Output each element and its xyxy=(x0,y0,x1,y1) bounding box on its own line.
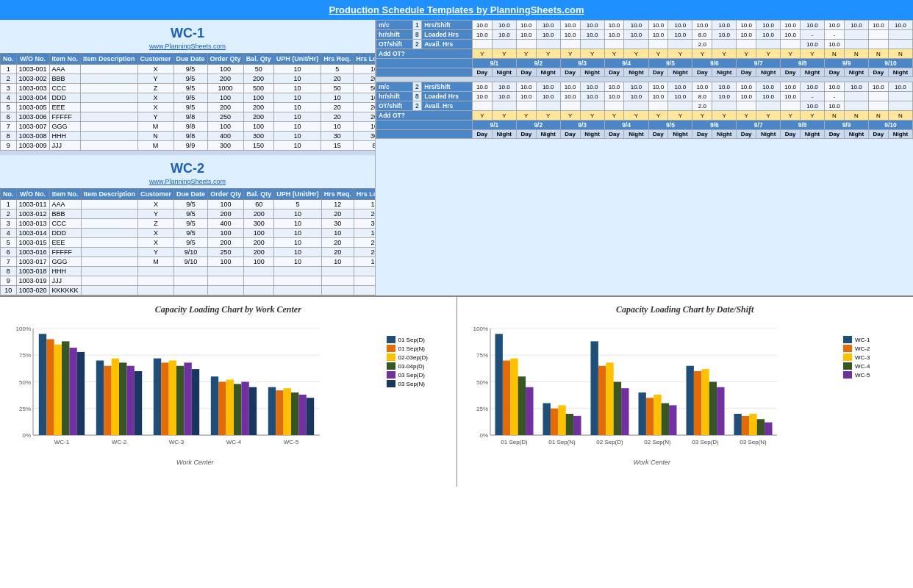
svg-rect-19 xyxy=(96,361,104,436)
svg-rect-73 xyxy=(606,362,613,435)
svg-rect-91 xyxy=(749,414,756,435)
legend-item: WC-5 xyxy=(843,371,906,379)
svg-rect-69 xyxy=(573,416,581,435)
col-no: No. xyxy=(1,54,17,65)
chart-left-svg: 0%25%50%75%100%WC-1WC-2WC-3WC-4WC-5 xyxy=(7,321,323,457)
svg-text:WC-2: WC-2 xyxy=(112,439,127,445)
legend-item: 02-03ep(D) xyxy=(387,354,449,361)
wc2-subtitle: www.PlanningSheets.com xyxy=(0,178,375,188)
svg-rect-13 xyxy=(46,340,54,436)
svg-rect-17 xyxy=(77,352,85,435)
col-due: Due Date xyxy=(173,54,207,65)
svg-rect-86 xyxy=(709,382,716,436)
svg-rect-62 xyxy=(518,376,525,435)
legend-item: WC-4 xyxy=(843,362,906,370)
svg-rect-93 xyxy=(765,423,772,435)
svg-text:WC-1: WC-1 xyxy=(54,439,70,445)
svg-rect-85 xyxy=(701,369,709,435)
chart-right: Capacity Loading Chart by Date/Shift 0%2… xyxy=(457,297,914,487)
legend-item: WC-1 xyxy=(843,336,906,343)
svg-rect-24 xyxy=(135,371,142,435)
svg-rect-72 xyxy=(598,366,605,435)
col-hrsreq: Hrs Req. xyxy=(321,54,354,65)
svg-rect-63 xyxy=(526,387,533,435)
svg-rect-83 xyxy=(686,366,693,435)
svg-rect-89 xyxy=(734,414,741,435)
capacity-table-capacity-wc1: m/c1Hrs/Shift10.010.010.010.010.010.010.… xyxy=(376,20,913,77)
svg-text:WC-3: WC-3 xyxy=(169,439,185,445)
svg-rect-45 xyxy=(307,398,314,435)
col-oqty2: Order Qty xyxy=(208,189,244,200)
svg-rect-40 xyxy=(268,387,276,435)
wc2-table: No. W/O No. Item No. Item Description Cu… xyxy=(0,188,426,295)
svg-rect-21 xyxy=(112,359,119,435)
svg-rect-37 xyxy=(241,382,248,436)
svg-rect-28 xyxy=(169,361,176,436)
svg-text:75%: 75% xyxy=(476,352,487,359)
svg-text:WC-4: WC-4 xyxy=(226,439,242,445)
svg-rect-78 xyxy=(645,398,653,435)
svg-rect-20 xyxy=(104,366,111,435)
svg-rect-42 xyxy=(284,388,291,435)
svg-rect-34 xyxy=(218,382,226,436)
svg-text:25%: 25% xyxy=(476,406,487,412)
svg-rect-80 xyxy=(661,404,668,436)
col-cust2: Customer xyxy=(138,189,174,200)
svg-rect-60 xyxy=(502,361,509,436)
chart-left-xlabel: Work Center xyxy=(7,459,383,466)
legend-item: 01 Sep(N) xyxy=(387,345,449,352)
svg-rect-90 xyxy=(741,416,748,435)
svg-rect-38 xyxy=(249,387,257,435)
svg-rect-36 xyxy=(234,384,241,435)
svg-text:100%: 100% xyxy=(473,326,487,332)
legend-item: 03 Sep(N) xyxy=(387,380,449,387)
svg-rect-22 xyxy=(119,362,126,435)
col-bqty: Bal. Qty xyxy=(243,54,273,65)
svg-rect-29 xyxy=(176,366,184,435)
svg-text:02 Sep(D): 02 Sep(D) xyxy=(596,439,623,445)
svg-rect-75 xyxy=(621,388,629,435)
wc1-table: No. W/O No. Item No. Item Description Cu… xyxy=(0,53,426,151)
col-desc: Item Description xyxy=(81,54,138,65)
legend-item: WC-3 xyxy=(843,354,906,361)
svg-text:WC-5: WC-5 xyxy=(284,439,299,445)
wc2-title: WC-2 xyxy=(0,155,375,178)
svg-text:03 Sep(D): 03 Sep(D) xyxy=(692,439,719,445)
col-no2: No. xyxy=(1,189,17,200)
svg-rect-71 xyxy=(590,341,598,435)
svg-rect-87 xyxy=(717,387,724,435)
svg-text:100%: 100% xyxy=(16,326,31,332)
col-oqty: Order Qty xyxy=(207,54,243,65)
svg-rect-27 xyxy=(161,362,168,435)
svg-rect-23 xyxy=(126,366,134,435)
svg-rect-35 xyxy=(226,380,234,435)
svg-text:25%: 25% xyxy=(19,406,31,412)
chart-left: Capacity Loading Chart by Work Center 0%… xyxy=(0,297,456,487)
svg-text:0%: 0% xyxy=(479,432,488,439)
svg-rect-26 xyxy=(154,359,161,435)
charts-section: Capacity Loading Chart by Work Center 0%… xyxy=(0,295,913,487)
svg-rect-30 xyxy=(184,362,191,435)
svg-rect-12 xyxy=(39,334,46,435)
svg-text:0%: 0% xyxy=(22,432,31,439)
col-item2: Item No. xyxy=(49,189,81,200)
svg-rect-67 xyxy=(558,405,565,435)
col-cust: Customer xyxy=(137,54,173,65)
chart-left-legend: 01 Sep(D)01 Sep(N)02-03ep(D)03-04p(D)03 … xyxy=(383,321,449,468)
svg-rect-31 xyxy=(192,369,199,435)
wc1-subtitle: www.PlanningSheets.com xyxy=(0,43,375,53)
legend-item: 03-04p(D) xyxy=(387,362,449,370)
svg-text:50%: 50% xyxy=(19,379,31,386)
chart-right-xlabel: Work Center xyxy=(465,459,840,466)
svg-text:01 Sep(D): 01 Sep(D) xyxy=(501,439,528,445)
page-header: Production Schedule Templates by Plannin… xyxy=(0,0,913,20)
svg-rect-43 xyxy=(291,392,298,435)
col-bqty2: Bal. Qty xyxy=(244,189,274,200)
legend-item: 03 Sep(D) xyxy=(387,371,449,379)
svg-text:50%: 50% xyxy=(476,379,487,386)
col-hrsreq2: Hrs Req. xyxy=(321,189,354,200)
chart-right-svg: 0%25%50%75%100%01 Sep(D)01 Sep(N)02 Sep(… xyxy=(465,321,781,457)
svg-text:03 Sep(N): 03 Sep(N) xyxy=(740,439,767,445)
chart-left-title: Capacity Loading Chart by Work Center xyxy=(7,304,449,315)
svg-text:75%: 75% xyxy=(19,352,31,359)
